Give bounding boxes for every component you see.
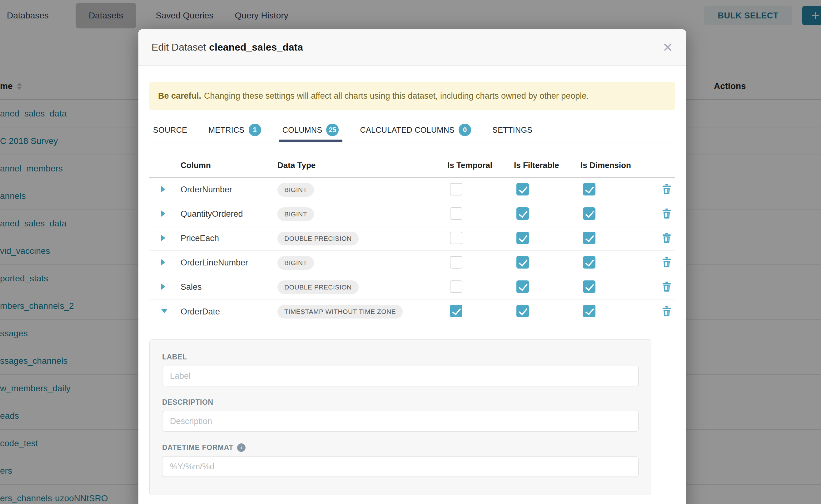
columns-table-body: OrderNumberBIGINTQuantityOrderedBIGINTPr… bbox=[149, 178, 675, 324]
column-name: PriceEach bbox=[180, 234, 277, 243]
tab-label: COLUMNS bbox=[282, 126, 322, 135]
tab-calculated-columns[interactable]: CALCULATED COLUMNS0 bbox=[356, 124, 475, 142]
is-temporal-checkbox[interactable] bbox=[450, 232, 463, 244]
column-detail-panel: LABEL DESCRIPTION DATETIME FORMAT i bbox=[149, 339, 651, 495]
data-type-pill: BIGINT bbox=[277, 256, 314, 270]
count-badge: 1 bbox=[249, 124, 261, 136]
delete-column-button[interactable] bbox=[662, 257, 671, 269]
data-type-pill: BIGINT bbox=[277, 183, 314, 197]
tab-label: SETTINGS bbox=[492, 126, 532, 135]
description-field: DESCRIPTION bbox=[162, 398, 639, 432]
count-badge: 25 bbox=[326, 124, 339, 136]
datetime-format-label: DATETIME FORMAT bbox=[162, 443, 233, 452]
tab-metrics[interactable]: METRICS1 bbox=[205, 124, 264, 142]
description-input[interactable] bbox=[162, 411, 639, 432]
delete-column-button[interactable] bbox=[662, 233, 671, 244]
expand-caret-icon[interactable] bbox=[161, 235, 165, 241]
modal-body: Be careful. Changing these settings will… bbox=[138, 82, 686, 495]
is-temporal-checkbox[interactable] bbox=[450, 280, 463, 293]
is-filterable-checkbox[interactable] bbox=[517, 207, 529, 220]
is-dimension-checkbox[interactable] bbox=[583, 280, 596, 293]
description-field-label: DESCRIPTION bbox=[162, 398, 639, 407]
tab-settings[interactable]: SETTINGS bbox=[489, 124, 536, 142]
edit-dataset-modal: Edit Datasetcleaned_sales_data ✕ Be care… bbox=[138, 29, 686, 504]
column-name: OrderDate bbox=[180, 307, 277, 317]
column-name: OrderLineNumber bbox=[180, 258, 277, 268]
warning-text: Changing these settings will affect all … bbox=[204, 91, 589, 101]
collapse-caret-icon[interactable] bbox=[161, 309, 167, 313]
expand-caret-icon[interactable] bbox=[161, 186, 165, 192]
data-type-pill: DOUBLE PRECISION bbox=[277, 232, 358, 245]
is-temporal-checkbox[interactable] bbox=[450, 207, 463, 220]
header-is-dimension: Is Dimension bbox=[581, 161, 653, 170]
is-temporal-checkbox[interactable] bbox=[450, 305, 463, 317]
header-is-filterable: Is Filterable bbox=[514, 161, 581, 170]
is-dimension-checkbox[interactable] bbox=[583, 256, 596, 269]
column-row: QuantityOrderedBIGINT bbox=[149, 202, 675, 226]
close-icon[interactable]: ✕ bbox=[662, 41, 673, 54]
column-row: PriceEachDOUBLE PRECISION bbox=[149, 226, 675, 251]
is-dimension-checkbox[interactable] bbox=[583, 207, 596, 220]
modal-title: Edit Datasetcleaned_sales_data bbox=[151, 42, 303, 53]
header-data-type: Data Type bbox=[277, 161, 448, 170]
is-temporal-checkbox[interactable] bbox=[450, 183, 463, 195]
column-row: OrderDateTIMESTAMP WITHOUT TIME ZONE bbox=[149, 299, 675, 324]
tab-label: METRICS bbox=[208, 126, 244, 135]
warning-bold: Be careful. bbox=[158, 91, 201, 101]
columns-table-header: Column Data Type Is Temporal Is Filterab… bbox=[149, 154, 675, 178]
modal-title-prefix: Edit Dataset bbox=[151, 42, 206, 53]
modal-header: Edit Datasetcleaned_sales_data ✕ bbox=[138, 29, 686, 66]
count-badge: 0 bbox=[459, 124, 471, 136]
expand-caret-icon[interactable] bbox=[161, 210, 165, 217]
data-type-pill: BIGINT bbox=[277, 207, 314, 221]
data-type-pill: DOUBLE PRECISION bbox=[277, 280, 358, 294]
expand-caret-icon[interactable] bbox=[161, 259, 165, 265]
label-field: LABEL bbox=[162, 353, 639, 386]
column-name: QuantityOrdered bbox=[180, 209, 277, 219]
label-field-label: LABEL bbox=[162, 353, 639, 361]
data-type-pill: TIMESTAMP WITHOUT TIME ZONE bbox=[277, 305, 403, 319]
warning-banner: Be careful. Changing these settings will… bbox=[149, 82, 675, 110]
column-name: Sales bbox=[180, 282, 277, 292]
screen: DatabasesDatasetsSaved QueriesQuery Hist… bbox=[0, 0, 821, 504]
tab-source[interactable]: SOURCE bbox=[149, 124, 191, 142]
delete-column-button[interactable] bbox=[662, 306, 671, 318]
is-dimension-checkbox[interactable] bbox=[583, 183, 596, 195]
header-is-temporal: Is Temporal bbox=[448, 161, 514, 170]
delete-column-button[interactable] bbox=[662, 208, 671, 220]
modal-title-dataset: cleaned_sales_data bbox=[209, 42, 303, 53]
is-filterable-checkbox[interactable] bbox=[517, 305, 529, 317]
column-name: OrderNumber bbox=[180, 185, 277, 195]
expand-caret-icon[interactable] bbox=[161, 284, 165, 290]
is-temporal-checkbox[interactable] bbox=[450, 256, 463, 269]
is-dimension-checkbox[interactable] bbox=[583, 305, 596, 317]
is-dimension-checkbox[interactable] bbox=[583, 232, 596, 244]
is-filterable-checkbox[interactable] bbox=[517, 232, 529, 244]
datetime-format-field: DATETIME FORMAT i bbox=[162, 443, 639, 477]
is-filterable-checkbox[interactable] bbox=[517, 280, 529, 293]
tab-label: SOURCE bbox=[153, 126, 187, 135]
column-row: OrderLineNumberBIGINT bbox=[149, 251, 675, 275]
is-filterable-checkbox[interactable] bbox=[517, 183, 529, 195]
modal-tabs: SOURCEMETRICS1COLUMNS25CALCULATED COLUMN… bbox=[149, 124, 675, 142]
column-row: SalesDOUBLE PRECISION bbox=[149, 275, 675, 299]
label-input[interactable] bbox=[162, 366, 639, 386]
is-filterable-checkbox[interactable] bbox=[517, 256, 529, 269]
column-row: OrderNumberBIGINT bbox=[149, 178, 675, 202]
delete-column-button[interactable] bbox=[662, 184, 671, 195]
delete-column-button[interactable] bbox=[662, 281, 671, 293]
tab-label: CALCULATED COLUMNS bbox=[360, 126, 455, 135]
info-icon[interactable]: i bbox=[237, 443, 245, 452]
tab-columns[interactable]: COLUMNS25 bbox=[279, 124, 343, 142]
header-column: Column bbox=[180, 161, 277, 170]
datetime-format-input[interactable] bbox=[162, 456, 639, 477]
